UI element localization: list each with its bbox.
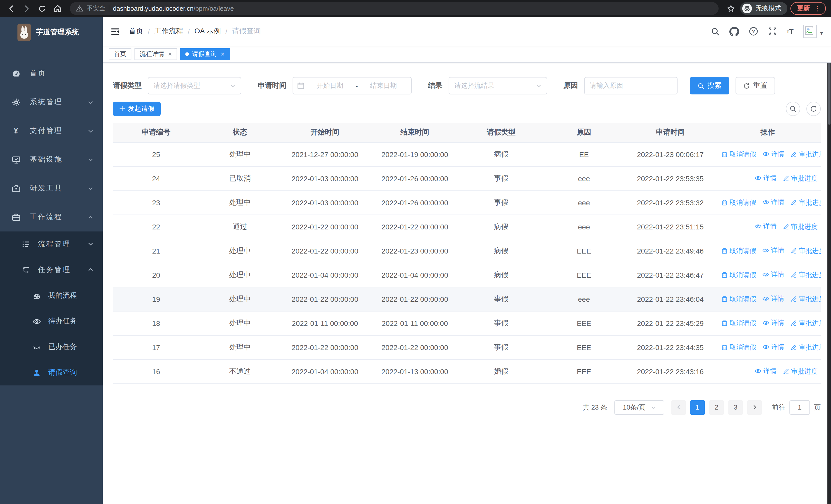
forward-icon[interactable] <box>21 2 33 14</box>
help-icon[interactable]: ? <box>749 27 758 36</box>
close-icon[interactable]: ✕ <box>168 51 172 57</box>
table-row[interactable]: 20处理中2022-01-04 00:00:002022-01-04 00:00… <box>113 263 821 287</box>
approval-progress-link[interactable]: 审批进度 <box>783 367 818 376</box>
sidebar-item-infra[interactable]: 基础设施 <box>0 145 103 174</box>
approval-progress-link[interactable]: 审批进度 <box>791 270 821 279</box>
apply-time-range-picker[interactable]: 开始日期 - 结束日期 <box>292 77 412 94</box>
chevron-down-icon <box>88 157 93 162</box>
search-button[interactable]: 搜索 <box>690 77 729 94</box>
table-row[interactable]: 21处理中2022-01-22 00:00:002022-01-23 00:00… <box>113 239 821 263</box>
cancel-leave-link[interactable]: 取消请假 <box>721 150 756 159</box>
approval-progress-link[interactable]: 审批进度 <box>791 319 821 328</box>
table-row[interactable]: 16不通过2022-01-04 00:00:002022-01-13 00:00… <box>113 359 821 383</box>
detail-link[interactable]: 详情 <box>762 318 784 327</box>
approval-progress-link[interactable]: 审批进度 <box>791 198 821 207</box>
create-leave-button[interactable]: 发起请假 <box>113 101 161 116</box>
approval-progress-link[interactable]: 审批进度 <box>783 174 818 183</box>
sidebar-item-devtools[interactable]: 研发工具 <box>0 174 103 203</box>
not-secure-icon[interactable] <box>76 5 83 12</box>
approval-progress-link[interactable]: 审批进度 <box>791 150 821 159</box>
browser-scrollbar[interactable] <box>827 17 831 504</box>
sidebar-item-workflow[interactable]: 工作流程 <box>0 203 103 232</box>
approval-progress-link[interactable]: 审批进度 <box>783 222 818 231</box>
tab-process-detail[interactable]: 流程详情 ✕ <box>135 48 177 60</box>
detail-link[interactable]: 详情 <box>754 174 777 183</box>
table-row[interactable]: 23处理中2022-01-03 00:00:002022-01-26 00:00… <box>113 190 821 214</box>
dashboard-icon <box>11 69 21 78</box>
reload-icon[interactable] <box>36 2 48 14</box>
home-icon[interactable] <box>51 2 64 14</box>
sidebar-item-home[interactable]: 首页 <box>0 59 103 88</box>
sidebar-item-process-mgmt[interactable]: 流程管理 <box>0 232 103 257</box>
end-date-input[interactable]: 结束日期 <box>360 81 407 90</box>
leave-type-select[interactable]: 请选择请假类型 <box>148 77 241 94</box>
refresh-button[interactable] <box>806 101 821 116</box>
sidebar-item-system[interactable]: 系统管理 <box>0 88 103 117</box>
approval-progress-link[interactable]: 审批进度 <box>791 294 821 304</box>
detail-link[interactable]: 详情 <box>762 342 784 352</box>
breadcrumb-item[interactable]: 首页 <box>129 27 143 36</box>
page-size-select[interactable]: 10条/页 <box>614 400 664 414</box>
detail-link[interactable]: 详情 <box>754 366 777 376</box>
collapse-sidebar-icon[interactable] <box>111 27 120 36</box>
reset-button[interactable]: 重置 <box>736 77 775 94</box>
table-row[interactable]: 19处理中2022-01-22 00:00:002022-01-22 00:00… <box>113 287 821 311</box>
url-text[interactable]: dashboard.yudao.iocoder.cn/bpm/oa/leave <box>113 5 234 12</box>
sidebar-item-leave-query[interactable]: 请假查询 <box>0 360 103 385</box>
prev-page-button[interactable] <box>671 400 686 414</box>
table-row[interactable]: 24已取消2022-01-03 00:00:002022-01-26 00:00… <box>113 166 821 190</box>
tab-leave-query[interactable]: 请假查询 ✕ <box>180 48 230 60</box>
breadcrumb-item[interactable]: OA 示例 <box>195 27 221 36</box>
page-button-1[interactable]: 1 <box>690 400 705 414</box>
update-button[interactable]: 更新 ⋮ <box>791 2 826 15</box>
github-icon[interactable] <box>729 26 739 36</box>
cancel-leave-link[interactable]: 取消请假 <box>721 294 756 304</box>
approval-progress-link[interactable]: 审批进度 <box>791 343 821 352</box>
security-label[interactable]: 不安全 <box>87 4 105 13</box>
sidebar-item-done-tasks[interactable]: 已办任务 <box>0 334 103 360</box>
page-button-2[interactable]: 2 <box>709 400 724 414</box>
detail-link[interactable]: 详情 <box>762 149 784 158</box>
approval-progress-link[interactable]: 审批进度 <box>791 246 821 255</box>
result-select[interactable]: 请选择流结果 <box>449 77 547 94</box>
detail-link[interactable]: 详情 <box>754 222 777 231</box>
avatar[interactable] <box>803 25 816 38</box>
back-icon[interactable] <box>5 2 18 14</box>
font-size-icon[interactable]: тT <box>786 27 794 35</box>
start-date-input[interactable]: 开始日期 <box>307 81 354 90</box>
sidebar-item-payment[interactable]: ¥ 支付管理 <box>0 117 103 145</box>
cell-actions: 取消请假详情审批进度 <box>715 142 821 166</box>
detail-link[interactable]: 详情 <box>762 198 784 207</box>
breadcrumb-item[interactable]: 工作流程 <box>154 27 183 36</box>
next-page-button[interactable] <box>747 400 762 414</box>
goto-page-input[interactable]: 1 <box>790 400 810 414</box>
url-bar[interactable]: 不安全 dashboard.yudao.iocoder.cn/bpm/oa/le… <box>70 2 719 15</box>
table-row[interactable]: 22通过2022-01-22 00:00:002022-01-22 00:00:… <box>113 214 821 239</box>
cancel-leave-link[interactable]: 取消请假 <box>721 319 756 328</box>
sidebar-item-label: 任务管理 <box>38 265 88 274</box>
detail-link[interactable]: 详情 <box>762 246 784 255</box>
close-icon[interactable]: ✕ <box>221 51 225 57</box>
fullscreen-icon[interactable] <box>768 27 777 36</box>
browser-menu-icon[interactable]: ⋮ <box>814 5 821 12</box>
table-row[interactable]: 17处理中2022-01-22 00:00:002022-01-22 00:00… <box>113 335 821 359</box>
reason-input[interactable]: 请输入原因 <box>584 77 678 94</box>
user-menu[interactable]: ▼ <box>803 25 824 38</box>
search-icon[interactable] <box>711 27 719 36</box>
table-row[interactable]: 18处理中2022-01-11 00:00:002022-01-11 00:00… <box>113 311 821 335</box>
sidebar-item-my-process[interactable]: 我的流程 <box>0 283 103 308</box>
detail-link[interactable]: 详情 <box>762 270 784 279</box>
page-button-3[interactable]: 3 <box>728 400 743 414</box>
cancel-leave-link[interactable]: 取消请假 <box>721 246 756 255</box>
table-row[interactable]: 25处理中2021-12-27 00:00:002022-01-19 00:00… <box>113 142 821 166</box>
cell-type: 婚假 <box>460 359 542 383</box>
sidebar-item-task-mgmt[interactable]: 任务管理 <box>0 257 103 283</box>
cancel-leave-link[interactable]: 取消请假 <box>721 343 756 352</box>
toggle-search-button[interactable] <box>786 101 800 116</box>
detail-link[interactable]: 详情 <box>762 294 784 303</box>
cancel-leave-link[interactable]: 取消请假 <box>721 198 756 207</box>
bookmark-star-icon[interactable] <box>725 2 737 14</box>
sidebar-item-todo-tasks[interactable]: 待办任务 <box>0 308 103 334</box>
tab-home[interactable]: 首页 <box>109 48 132 60</box>
cancel-leave-link[interactable]: 取消请假 <box>721 270 756 279</box>
